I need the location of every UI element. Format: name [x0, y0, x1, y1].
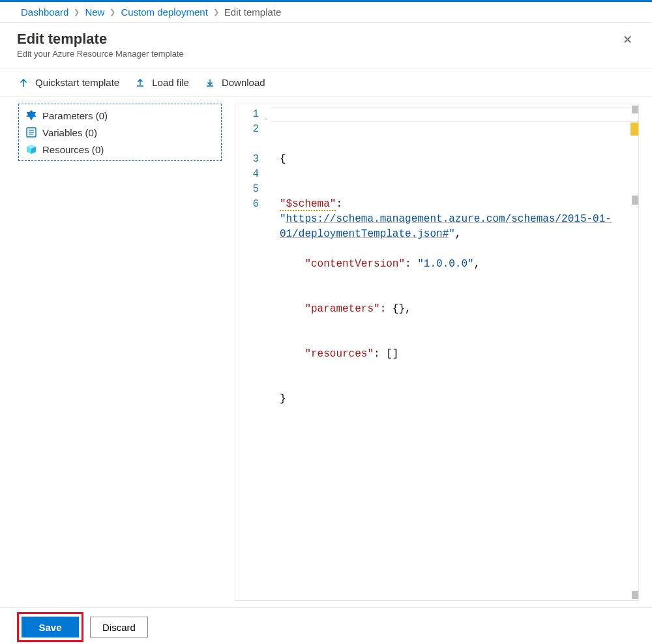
active-line-highlight — [271, 107, 638, 122]
breadcrumb-custom-deployment[interactable]: Custom deployment — [121, 7, 207, 18]
code-key-schema: "$schema" — [280, 198, 336, 211]
breadcrumb-dashboard[interactable]: Dashboard — [21, 7, 68, 18]
upload-icon — [135, 78, 145, 88]
breadcrumb-new[interactable]: New — [85, 7, 104, 18]
discard-button[interactable]: Discard — [90, 617, 148, 637]
editor-warning-marker[interactable] — [630, 123, 638, 136]
code-contentversion-value: "1.0.0.0" — [417, 258, 473, 270]
fold-icon[interactable]: ⌄ — [263, 110, 268, 125]
toolbar: Quickstart template Load file Download — [0, 68, 652, 97]
tree-resources[interactable]: Resources (0) — [19, 141, 221, 158]
chevron-right-icon: ❯ — [72, 8, 81, 16]
tree-parameters-label: Parameters (0) — [42, 110, 108, 121]
footer: Save Discard — [0, 608, 652, 644]
tree-parameters[interactable]: Parameters (0) — [19, 107, 221, 124]
close-icon: ✕ — [623, 33, 632, 47]
chevron-right-icon: ❯ — [108, 8, 117, 16]
parameters-icon — [25, 110, 37, 121]
save-button[interactable]: Save — [22, 617, 79, 637]
template-tree: Parameters (0) Variables (0) Resources (… — [18, 104, 222, 161]
chevron-right-icon: ❯ — [212, 8, 220, 16]
variables-icon — [25, 126, 37, 138]
editor-scrollbar[interactable] — [629, 104, 638, 600]
save-highlight-box: Save — [17, 612, 83, 642]
scroll-thumb[interactable] — [632, 196, 638, 205]
scroll-thumb-top[interactable] — [632, 106, 638, 113]
main-area: Parameters (0) Variables (0) Resources (… — [0, 97, 652, 608]
quickstart-template-button[interactable]: Quickstart template — [18, 77, 119, 88]
close-button[interactable]: ✕ — [618, 31, 636, 49]
code-token: { — [280, 153, 286, 165]
breadcrumb: Dashboard ❯ New ❯ Custom deployment ❯ Ed… — [0, 2, 652, 23]
page-title: Edit template — [17, 31, 184, 48]
tree-variables[interactable]: Variables (0) — [19, 124, 221, 141]
download-label: Download — [222, 77, 265, 88]
breadcrumb-edit-template: Edit template — [224, 7, 282, 18]
editor-gutter: 1⌄ 2 3 4 5 6 — [235, 104, 271, 600]
tree-resources-label: Resources (0) — [42, 144, 104, 155]
code-parameters-value: {} — [393, 303, 405, 315]
page-subtitle: Edit your Azure Resource Manager templat… — [17, 49, 184, 59]
code-key-parameters: "parameters" — [304, 303, 379, 315]
scroll-thumb-bottom[interactable] — [632, 591, 638, 599]
quickstart-label: Quickstart template — [35, 77, 119, 88]
code-resources-value: [] — [386, 348, 398, 360]
download-icon — [205, 78, 215, 88]
editor-content[interactable]: { "$schema": "https://schema.management.… — [271, 104, 638, 600]
arrow-up-icon — [18, 78, 29, 88]
download-button[interactable]: Download — [205, 77, 265, 88]
code-key-contentversion: "contentVersion" — [304, 258, 405, 270]
code-key-resources: "resources" — [304, 348, 374, 360]
svg-marker-0 — [26, 110, 37, 121]
titlebar: Edit template Edit your Azure Resource M… — [0, 23, 652, 68]
code-editor[interactable]: 1⌄ 2 3 4 5 6 { "$schema": "https://schem… — [235, 104, 639, 601]
load-file-button[interactable]: Load file — [135, 77, 189, 88]
code-token: } — [280, 393, 286, 405]
code-schema-url[interactable]: https://schema.management.azure.com/sche… — [280, 213, 612, 240]
load-file-label: Load file — [152, 77, 189, 88]
resources-icon — [25, 143, 37, 155]
tree-variables-label: Variables (0) — [42, 127, 97, 138]
